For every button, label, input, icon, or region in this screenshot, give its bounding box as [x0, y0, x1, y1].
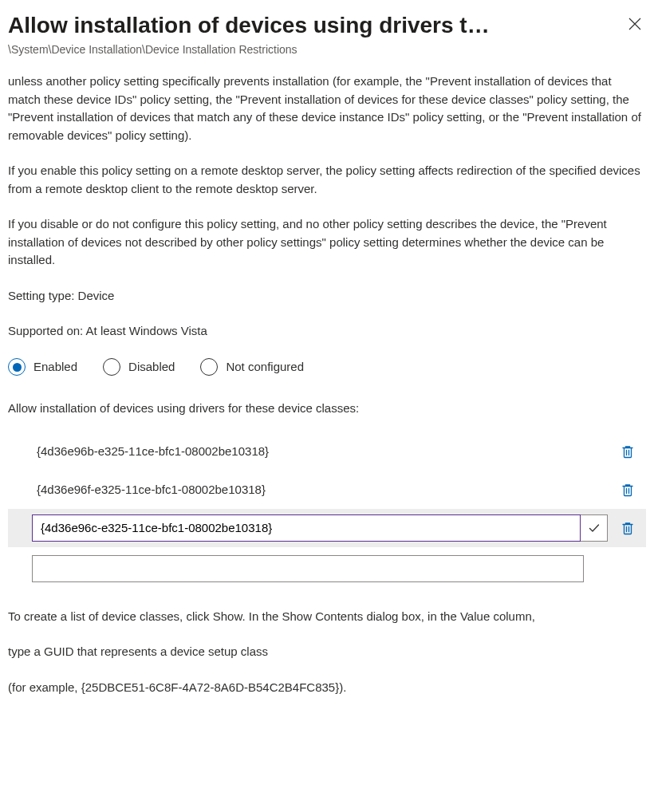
radio-not-configured[interactable]: Not configured: [200, 358, 304, 376]
list-item-value: {4d36e96b-e325-11ce-bfc1-08002be10318}: [13, 443, 614, 461]
description-para-1: unless another policy setting specifical…: [8, 73, 646, 144]
device-class-input[interactable]: [32, 514, 581, 542]
close-icon: [628, 18, 641, 30]
radio-enabled[interactable]: Enabled: [8, 358, 77, 376]
close-button[interactable]: [624, 13, 646, 35]
description-para-2: If you enable this policy setting on a r…: [8, 162, 646, 198]
list-item-value: {4d36e96f-e325-11ce-bfc1-08002be10318}: [13, 481, 614, 499]
supported-on: Supported on: At least Windows Vista: [8, 322, 646, 341]
delete-button[interactable]: [614, 476, 641, 503]
trash-icon: [621, 444, 635, 459]
page-title: Allow installation of devices using driv…: [8, 11, 490, 40]
delete-button[interactable]: [614, 438, 641, 465]
check-icon: [588, 522, 601, 534]
radio-indicator-icon: [103, 358, 120, 376]
footer-para-2: type a GUID that represents a device set…: [8, 643, 646, 661]
device-class-list: {4d36e96b-e325-11ce-bfc1-08002be10318} {…: [8, 432, 646, 585]
radio-enabled-label: Enabled: [33, 358, 77, 376]
list-item-new: [8, 547, 646, 585]
trash-icon: [621, 483, 635, 497]
confirm-button[interactable]: [581, 514, 608, 542]
trash-icon: [621, 521, 635, 535]
state-radio-group: Enabled Disabled Not configured: [8, 358, 646, 376]
radio-indicator-icon: [8, 358, 26, 376]
footer-para-3: (for example, {25DBCE51-6C8F-4A72-8A6D-B…: [8, 679, 646, 697]
radio-not-configured-label: Not configured: [226, 358, 304, 376]
list-item[interactable]: {4d36e96f-e325-11ce-bfc1-08002be10318}: [8, 471, 646, 509]
description-para-3: If you disable or do not configure this …: [8, 215, 646, 270]
device-class-input-new[interactable]: [32, 555, 584, 582]
setting-type: Setting type: Device: [8, 287, 646, 305]
footer-para-1: To create a list of device classes, clic…: [8, 608, 646, 626]
delete-button[interactable]: [614, 514, 641, 542]
list-section-label: Allow installation of devices using driv…: [8, 400, 646, 418]
radio-indicator-icon: [200, 358, 218, 376]
list-item[interactable]: {4d36e96b-e325-11ce-bfc1-08002be10318}: [8, 432, 646, 471]
list-item-editing: [8, 509, 646, 547]
radio-disabled[interactable]: Disabled: [103, 358, 175, 376]
radio-disabled-label: Disabled: [128, 358, 175, 376]
breadcrumb: \System\Device Installation\Device Insta…: [8, 41, 646, 58]
